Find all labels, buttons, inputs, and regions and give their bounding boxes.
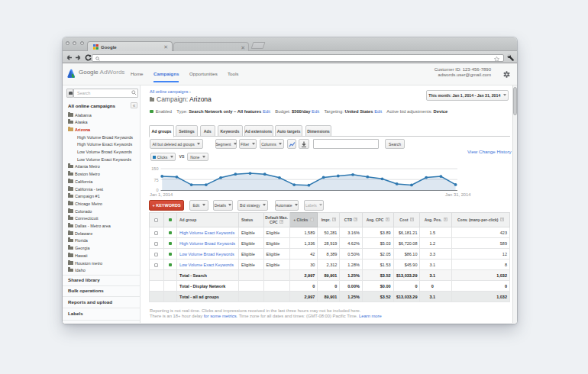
- svg-text:75: 75: [153, 178, 158, 182]
- svg-text:150: 150: [151, 166, 158, 171]
